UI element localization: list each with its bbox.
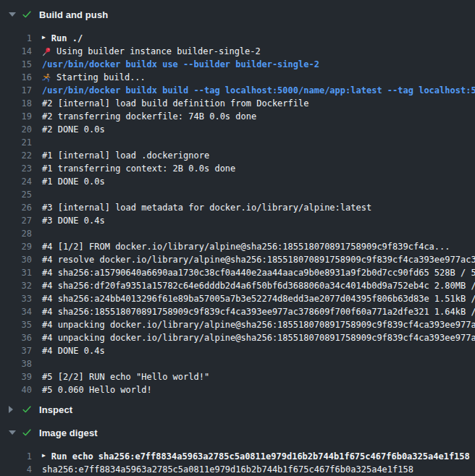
line-number[interactable]: 28 <box>0 227 32 240</box>
log-block-image-digest: 1▶Run echo sha256:e7ff8834a5963a2785c5a0… <box>0 444 475 476</box>
log-text: #2 transferring dockerfile: 74B 0.0s don… <box>32 110 475 123</box>
log-text <box>32 357 475 370</box>
line-number[interactable]: 16 <box>0 71 32 84</box>
line-number[interactable]: 17 <box>0 84 32 97</box>
log-line: 38 <box>0 357 475 370</box>
runner-icon <box>42 72 52 82</box>
log-line: 27#3 DONE 0.4s <box>0 214 475 227</box>
log-line: 17/usr/bin/docker buildx build --tag loc… <box>0 84 475 97</box>
log-line: 1▶Run ./ <box>0 32 475 45</box>
log-text: #1 DONE 0.0s <box>32 175 475 188</box>
log-text-content: #4 unpacking docker.io/library/alpine@sh… <box>42 331 475 344</box>
log-text-content: #4 sha256:df20fa9351a15782c64e6dddb2d4a6… <box>42 279 475 292</box>
line-number[interactable]: 38 <box>0 357 32 370</box>
expand-arrow-icon: ▶ <box>42 450 46 462</box>
log-group-line[interactable]: ▶Run echo sha256:e7ff8834a5963a2785c5a08… <box>32 450 475 463</box>
chevron-down-icon <box>9 430 22 435</box>
log-line: 37#4 DONE 0.4s <box>0 344 475 357</box>
line-number[interactable]: 29 <box>0 240 32 253</box>
workflow-log-viewer: Build and push1▶Run ./14Using builder in… <box>0 0 475 476</box>
pushpin-icon <box>42 46 52 56</box>
line-number[interactable]: 39 <box>0 370 32 383</box>
log-text: Starting build... <box>32 71 475 84</box>
step-title: Inspect <box>39 404 72 415</box>
log-line: 16Starting build... <box>0 71 475 84</box>
line-number[interactable]: 37 <box>0 344 32 357</box>
line-number[interactable]: 24 <box>0 175 32 188</box>
log-text: #4 unpacking docker.io/library/alpine@sh… <box>32 318 475 331</box>
line-number[interactable]: 26 <box>0 201 32 214</box>
log-text-content: Using builder instance builder-single-2 <box>56 45 261 58</box>
log-line: 23#1 transferring context: 2B 0.0s done <box>0 162 475 175</box>
log-line: 28 <box>0 227 475 240</box>
log-block-build-and-push: 1▶Run ./14Using builder instance builder… <box>0 26 475 398</box>
line-number[interactable]: 30 <box>0 253 32 266</box>
log-text: #3 [internal] load metadata for docker.i… <box>32 201 475 214</box>
check-icon <box>22 404 33 415</box>
log-text-content: sha256:e7ff8834a5963a2785c5a0811e979d16b… <box>42 463 413 476</box>
line-number[interactable]: 22 <box>0 149 32 162</box>
log-line: 22#1 [internal] load .dockerignore <box>0 149 475 162</box>
log-text-content: #5 0.060 Hello world! <box>42 383 152 396</box>
log-line: 15/usr/bin/docker buildx use --builder b… <box>0 58 475 71</box>
line-number[interactable]: 36 <box>0 331 32 344</box>
line-number[interactable]: 31 <box>0 266 32 279</box>
line-number[interactable]: 20 <box>0 123 32 136</box>
step-title: Build and push <box>39 9 108 20</box>
log-line: 14Using builder instance builder-single-… <box>0 45 475 58</box>
log-line: 24#1 DONE 0.0s <box>0 175 475 188</box>
line-number[interactable]: 19 <box>0 110 32 123</box>
line-number[interactable]: 4 <box>0 463 32 476</box>
line-number[interactable]: 27 <box>0 214 32 227</box>
log-text: #5 0.060 Hello world! <box>32 383 475 396</box>
log-text: #4 resolve docker.io/library/alpine@sha2… <box>32 253 475 266</box>
log-line: 26#3 [internal] load metadata for docker… <box>0 201 475 214</box>
log-text-content: #4 sha256:a15790640a6690aa1730c38cf0a440… <box>42 266 475 279</box>
log-text: #4 sha256:185518070891758909c9f839cf4ca3… <box>32 305 475 318</box>
line-number[interactable]: 1 <box>0 450 32 463</box>
log-line: 21 <box>0 136 475 149</box>
log-text-content: #3 DONE 0.4s <box>42 214 105 227</box>
log-line: 39#5 [2/2] RUN echo "Hello world!" <box>0 370 475 383</box>
log-text: #3 DONE 0.4s <box>32 214 475 227</box>
log-text: #4 DONE 0.4s <box>32 344 475 357</box>
line-number[interactable]: 32 <box>0 279 32 292</box>
log-text-content: Run ./ <box>51 32 83 45</box>
line-number[interactable]: 23 <box>0 162 32 175</box>
log-text: #2 [internal] load build definition from… <box>32 97 475 110</box>
log-line: 4sha256:e7ff8834a5963a2785c5a0811e979d16… <box>0 463 475 476</box>
log-line: 20#2 DONE 0.0s <box>0 123 475 136</box>
line-number[interactable]: 35 <box>0 318 32 331</box>
line-number[interactable]: 33 <box>0 292 32 305</box>
log-text-content: #4 sha256:a24bb4013296f61e89ba57005a7b3e… <box>42 292 475 305</box>
log-text: #4 sha256:a15790640a6690aa1730c38cf0a440… <box>32 266 475 279</box>
log-line: 33#4 sha256:a24bb4013296f61e89ba57005a7b… <box>0 292 475 305</box>
log-line: 35#4 unpacking docker.io/library/alpine@… <box>0 318 475 331</box>
line-number[interactable]: 15 <box>0 58 32 71</box>
log-text <box>32 188 475 201</box>
log-text: #1 transferring context: 2B 0.0s done <box>32 162 475 175</box>
log-text-content: #1 transferring context: 2B 0.0s done <box>42 162 235 175</box>
log-text: #4 sha256:df20fa9351a15782c64e6dddb2d4a6… <box>32 279 475 292</box>
log-text-content: #4 DONE 0.4s <box>42 344 105 357</box>
log-text-content: /usr/bin/docker buildx use --builder bui… <box>42 58 319 71</box>
line-number[interactable]: 34 <box>0 305 32 318</box>
step-header-build-and-push[interactable]: Build and push <box>0 3 475 26</box>
log-line: 18#2 [internal] load build definition fr… <box>0 97 475 110</box>
line-number[interactable]: 40 <box>0 383 32 396</box>
log-text-content: #5 [2/2] RUN echo "Hello world!" <box>42 370 209 383</box>
log-text-content: #2 [internal] load build definition from… <box>42 97 308 110</box>
line-number[interactable]: 18 <box>0 97 32 110</box>
line-number[interactable]: 1 <box>0 32 32 45</box>
log-group-line[interactable]: ▶Run ./ <box>32 32 475 45</box>
log-text <box>32 136 475 149</box>
step-title: Image digest <box>39 428 98 438</box>
step-header-inspect[interactable]: Inspect <box>0 398 475 421</box>
line-number[interactable]: 21 <box>0 136 32 149</box>
expand-arrow-icon: ▶ <box>42 32 46 44</box>
log-text: #4 sha256:a24bb4013296f61e89ba57005a7b3e… <box>32 292 475 305</box>
line-number[interactable]: 14 <box>0 45 32 58</box>
step-header-image-digest[interactable]: Image digest <box>0 421 475 444</box>
line-number[interactable]: 25 <box>0 188 32 201</box>
log-text: #4 [1/2] FROM docker.io/library/alpine@s… <box>32 240 475 253</box>
